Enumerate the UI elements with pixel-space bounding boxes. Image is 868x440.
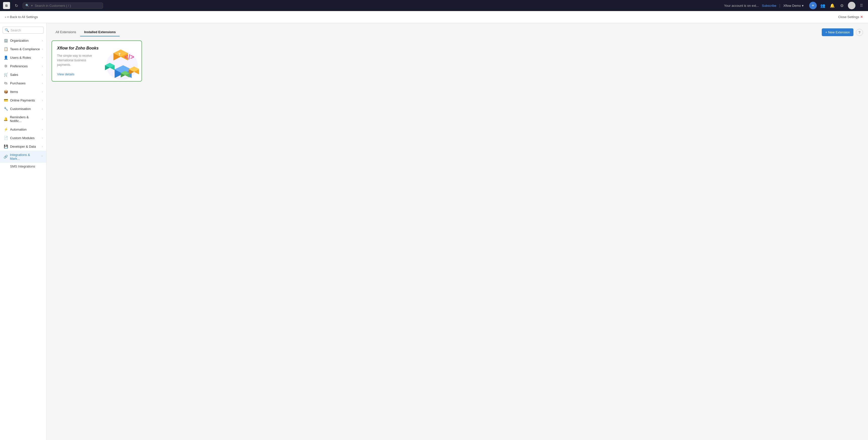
app-logo[interactable]: B <box>3 2 10 9</box>
help-button[interactable]: ? <box>856 29 863 36</box>
chevron-right-icon: › <box>42 128 43 131</box>
ext-card-content: Xflow for Zoho Books The simple way to r… <box>57 46 101 76</box>
sidebar-item-label: Online Payments <box>10 98 35 102</box>
sidebar-item-online-payments[interactable]: 💳 Online Payments › <box>0 96 46 104</box>
tab-all-extensions[interactable]: All Extensions <box>52 28 80 36</box>
sidebar-search-input[interactable] <box>10 28 41 32</box>
view-details-link[interactable]: View details <box>57 72 74 76</box>
user-name: Xflow Demo <box>783 4 801 7</box>
chevron-right-icon: › <box>42 65 43 68</box>
extensions-grid: Xflow for Zoho Books The simple way to r… <box>52 40 863 81</box>
sidebar-item-label: Sales <box>10 73 18 77</box>
ext-card-title: Xflow for Zoho Books <box>57 46 101 50</box>
chevron-down-icon: ˅ <box>41 156 43 158</box>
refresh-button[interactable]: ↻ <box>13 2 20 9</box>
search-icon: 🔍 <box>25 4 29 7</box>
developer-icon: 💾 <box>3 144 8 148</box>
sidebar-item-label: Reminders & Notific... <box>10 115 40 123</box>
account-message: Your account is on ext... <box>724 4 759 7</box>
chevron-right-icon: › <box>42 99 43 102</box>
automation-icon: ⚡ <box>3 127 8 131</box>
topbar: B ↻ 🔍 ▼ Your account is on ext... Subscr… <box>0 0 868 11</box>
sidebar-item-label: Preferences <box>10 64 28 68</box>
grid-icon[interactable]: ⠿ <box>858 2 865 9</box>
sidebar-item-integrations[interactable]: 🔗 Integrations & Mark... ˅ <box>0 151 46 163</box>
tabs-right: + New Extension ? <box>822 28 863 36</box>
sms-integrations-label: SMS Integrations <box>10 165 35 168</box>
sidebar-item-label: Purchases <box>10 81 25 85</box>
chevron-right-icon: › <box>42 137 43 139</box>
integrations-icon: 🔗 <box>3 155 8 159</box>
online-payments-icon: 💳 <box>3 98 8 102</box>
sidebar-item-label: Developer & Data <box>10 145 36 148</box>
notifications-icon[interactable]: 🔔 <box>829 2 836 9</box>
purchases-icon: 🛍 <box>3 81 8 85</box>
divider: | <box>779 3 780 7</box>
tabs-header: All Extensions Installed Extensions + Ne… <box>52 28 863 36</box>
sidebar-subitem-sms-integrations[interactable]: SMS Integrations <box>0 163 46 170</box>
sidebar-search-container: 🔍 <box>2 27 44 34</box>
organization-icon: 🏢 <box>3 38 8 42</box>
chevron-right-icon: › <box>42 56 43 59</box>
tab-installed-extensions[interactable]: Installed Extensions <box>80 28 120 36</box>
sidebar-item-taxes[interactable]: 📋 Taxes & Compliance › <box>0 45 46 53</box>
sidebar-item-label: Taxes & Compliance <box>10 47 40 51</box>
main-layout: 🔍 🏢 Organization › 📋 Taxes & Compliance … <box>0 23 868 440</box>
sidebar-item-label: Items <box>10 90 18 94</box>
ext-card-illustration: T </> <box>100 45 139 81</box>
avatar[interactable] <box>848 2 856 9</box>
taxes-icon: 📋 <box>3 47 8 51</box>
items-icon: 📦 <box>3 90 8 94</box>
ext-card-desc: The simple way to receive international … <box>57 54 101 67</box>
sidebar-item-items[interactable]: 📦 Items › <box>0 88 46 96</box>
chevron-right-icon: › <box>42 145 43 148</box>
sales-icon: 🛒 <box>3 73 8 77</box>
close-settings-button[interactable]: Close Settings ✕ <box>838 15 863 19</box>
sidebar-item-users[interactable]: 👤 Users & Roles › <box>0 53 46 62</box>
sidebar-item-label: Users & Roles <box>10 56 31 60</box>
sidebar-item-automation[interactable]: ⚡ Automation › <box>0 125 46 134</box>
svg-text:</>: </> <box>124 53 134 61</box>
sidebar-item-sales[interactable]: 🛒 Sales › <box>0 70 46 79</box>
sidebar-item-label: Customisation <box>10 107 31 111</box>
sidebar-item-developer[interactable]: 💾 Developer & Data › <box>0 142 46 151</box>
chevron-down-icon: ▾ <box>802 4 804 7</box>
contacts-icon[interactable]: 👥 <box>819 2 826 9</box>
sidebar-item-reminders[interactable]: 🔔 Reminders & Notific... › <box>0 113 46 125</box>
content-area: All Extensions Installed Extensions + Ne… <box>46 23 868 440</box>
sub-header: ‹ < Back to All Settings Close Settings … <box>0 11 868 23</box>
sidebar-item-label: Organization <box>10 39 29 42</box>
sidebar-item-customisation[interactable]: 🔧 Customisation › <box>0 104 46 113</box>
search-input[interactable] <box>35 4 90 7</box>
back-label: < Back to All Settings <box>7 15 38 19</box>
custom-modules-icon: 📄 <box>3 136 8 140</box>
sidebar: 🔍 🏢 Organization › 📋 Taxes & Compliance … <box>0 23 46 440</box>
new-extension-button[interactable]: + New Extension <box>822 28 854 36</box>
preferences-icon: ⚙ <box>3 64 8 68</box>
user-menu[interactable]: Xflow Demo ▾ <box>783 4 804 7</box>
sidebar-item-label: Integrations & Mark... <box>10 153 39 161</box>
sidebar-item-label: Custom Modules <box>10 136 35 140</box>
chevron-right-icon: › <box>42 48 43 50</box>
sidebar-item-purchases[interactable]: 🛍 Purchases › <box>0 79 46 88</box>
svg-text:T: T <box>118 52 121 57</box>
add-button[interactable]: + <box>809 2 817 9</box>
chevron-right-icon: › <box>42 82 43 84</box>
customisation-icon: 🔧 <box>3 107 8 111</box>
chevron-right-icon: › <box>42 39 43 42</box>
sidebar-item-label: Automation <box>10 128 27 131</box>
back-to-settings-link[interactable]: ‹ < Back to All Settings <box>5 15 38 19</box>
extension-card-xflow[interactable]: Xflow for Zoho Books The simple way to r… <box>52 40 142 81</box>
search-dropdown[interactable]: ▼ <box>31 4 33 7</box>
chevron-right-icon: › <box>42 107 43 110</box>
sidebar-item-preferences[interactable]: ⚙ Preferences › <box>0 62 46 70</box>
back-arrow-icon: ‹ <box>5 15 6 19</box>
settings-icon[interactable]: ⚙ <box>838 2 845 9</box>
close-settings-label: Close Settings <box>838 15 859 19</box>
subscribe-link[interactable]: Subscribe <box>762 4 776 7</box>
chevron-right-icon: › <box>42 73 43 76</box>
search-bar: 🔍 ▼ <box>23 2 103 9</box>
sidebar-item-custom-modules[interactable]: 📄 Custom Modules › <box>0 134 46 142</box>
close-x-icon: ✕ <box>860 15 863 19</box>
sidebar-item-organization[interactable]: 🏢 Organization › <box>0 36 46 45</box>
